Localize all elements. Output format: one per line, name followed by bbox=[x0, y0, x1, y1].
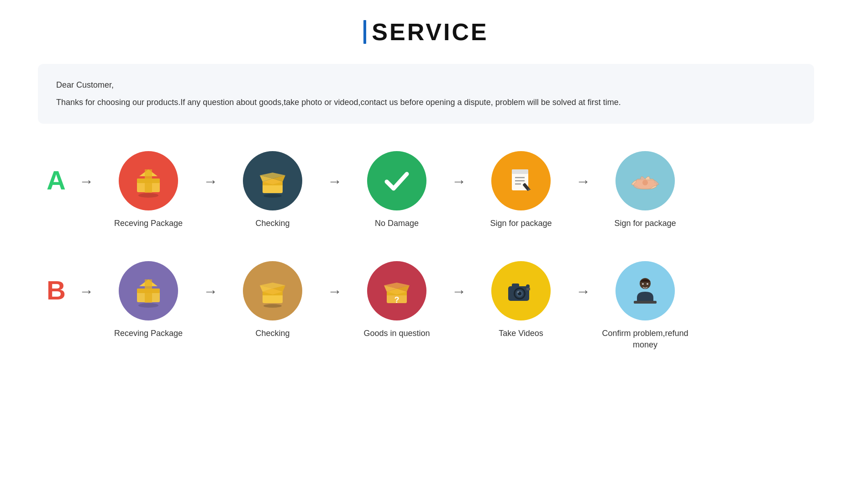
notice-dear: Dear Customer, bbox=[56, 78, 796, 92]
step-a4: Sign for package bbox=[471, 151, 571, 229]
notice-box: Dear Customer, Thanks for choosing our p… bbox=[38, 64, 814, 124]
flow-row-a: A → Receving Package → bbox=[38, 151, 814, 229]
label-a2: Checking bbox=[255, 218, 289, 229]
svg-rect-4 bbox=[145, 169, 152, 176]
label-b3: Goods in question bbox=[363, 328, 430, 339]
arrow-a3: → bbox=[447, 173, 471, 190]
svg-rect-51 bbox=[634, 301, 657, 304]
icon-a5 bbox=[615, 151, 675, 210]
letter-a: A bbox=[38, 165, 74, 195]
arrow-a2: → bbox=[323, 173, 347, 190]
step-a2: Checking bbox=[222, 151, 323, 229]
icon-a1 bbox=[119, 151, 178, 210]
svg-point-46 bbox=[517, 291, 519, 293]
svg-point-20 bbox=[642, 180, 648, 185]
svg-point-12 bbox=[263, 194, 282, 198]
icon-b4 bbox=[491, 261, 551, 320]
svg-rect-14 bbox=[512, 169, 528, 174]
svg-point-26 bbox=[138, 303, 158, 308]
step-a3: No Damage bbox=[347, 151, 447, 229]
label-b2: Checking bbox=[255, 328, 289, 339]
svg-point-33 bbox=[263, 304, 282, 308]
step-a5: Sign for package bbox=[595, 151, 695, 229]
flow-row-b: B → Receving Package → bbox=[38, 261, 814, 351]
icon-b1 bbox=[119, 261, 178, 320]
step-b3: ? Goods in question bbox=[347, 261, 447, 339]
svg-point-53 bbox=[647, 283, 648, 285]
label-b1: Receving Package bbox=[114, 328, 183, 339]
step-b5: Confirm problem,refund money bbox=[595, 261, 695, 351]
svg-rect-2 bbox=[145, 176, 152, 193]
label-a5: Sign for package bbox=[614, 218, 676, 229]
notice-text: Thanks for choosing our products.If any … bbox=[56, 95, 796, 110]
label-a1: Receving Package bbox=[114, 218, 183, 229]
svg-rect-47 bbox=[512, 284, 519, 288]
svg-rect-25 bbox=[145, 279, 152, 286]
title-accent-bar bbox=[363, 20, 366, 44]
arrow-a0: → bbox=[74, 173, 98, 190]
svg-point-52 bbox=[642, 283, 644, 285]
label-b5: Confirm problem,refund money bbox=[595, 328, 695, 351]
label-a3: No Damage bbox=[375, 218, 419, 229]
svg-point-49 bbox=[526, 284, 530, 288]
page-title: SERVICE bbox=[363, 18, 488, 46]
arrow-a1: → bbox=[199, 173, 222, 190]
arrow-b3: → bbox=[447, 283, 471, 300]
label-b4: Take Videos bbox=[499, 328, 543, 339]
icon-b3: ? bbox=[367, 261, 426, 320]
svg-rect-23 bbox=[145, 286, 152, 303]
page-title-text: SERVICE bbox=[372, 18, 488, 46]
arrow-b2: → bbox=[323, 283, 347, 300]
flow-section: A → Receving Package → bbox=[38, 151, 814, 383]
svg-point-5 bbox=[138, 193, 158, 198]
step-b4: Take Videos bbox=[471, 261, 571, 339]
letter-b: B bbox=[38, 275, 74, 305]
step-b2: Checking bbox=[222, 261, 323, 339]
icon-b5 bbox=[615, 261, 675, 320]
step-b1: Receving Package bbox=[98, 261, 199, 339]
arrow-b1: → bbox=[199, 283, 222, 300]
label-a4: Sign for package bbox=[490, 218, 552, 229]
svg-text:?: ? bbox=[394, 295, 400, 304]
arrow-b0: → bbox=[74, 283, 98, 300]
svg-rect-48 bbox=[526, 288, 530, 290]
arrow-a4: → bbox=[571, 173, 595, 190]
icon-a4 bbox=[491, 151, 551, 210]
icon-a3 bbox=[367, 151, 426, 210]
icon-b2 bbox=[243, 261, 302, 320]
arrow-b4: → bbox=[571, 283, 595, 300]
icon-a2 bbox=[243, 151, 302, 210]
step-a1: Receving Package bbox=[98, 151, 199, 229]
